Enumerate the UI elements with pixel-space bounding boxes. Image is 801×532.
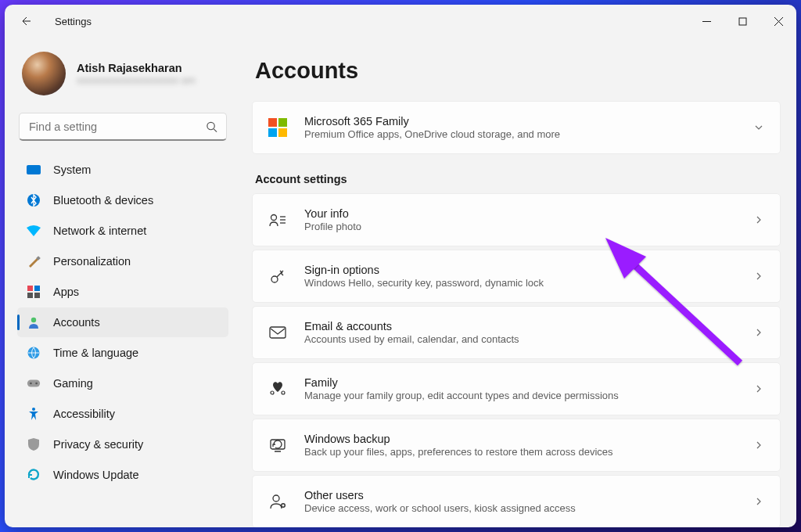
setting-title: Sign-in options (304, 264, 736, 276)
setting-title: Your info (304, 207, 736, 220)
svg-point-20 (271, 391, 274, 394)
your-info-icon (268, 213, 287, 227)
nav-label: Privacy & security (53, 438, 143, 451)
page-title: Accounts (255, 58, 781, 84)
setting-email-accounts[interactable]: Email & accountsAccounts used by email, … (252, 306, 781, 359)
nav-label: Accounts (53, 316, 100, 329)
other-users-icon (268, 494, 287, 509)
svg-rect-10 (27, 380, 40, 387)
nav-accessibility[interactable]: Accessibility (17, 399, 228, 429)
svg-point-4 (207, 122, 214, 129)
setting-subtitle: Profile photo (304, 221, 736, 232)
nav-label: Time & language (53, 347, 138, 359)
svg-point-11 (30, 383, 32, 385)
chevron-right-icon (753, 383, 764, 394)
setting-sign-in-options[interactable]: Sign-in optionsWindows Hello, security k… (252, 250, 781, 303)
nav-privacy[interactable]: Privacy & security (17, 430, 228, 459)
setting-title: Email & accounts (304, 320, 736, 332)
setting-other-users[interactable]: Other usersDevice access, work or school… (252, 475, 781, 527)
system-icon (27, 163, 41, 177)
paintbrush-icon (27, 254, 41, 268)
title-bar: Settings (5, 5, 796, 38)
nav-update[interactable]: Windows Update (17, 460, 228, 490)
svg-point-23 (273, 495, 279, 501)
nav-label: Apps (53, 286, 79, 298)
nav-label: Windows Update (53, 469, 139, 481)
setting-subtitle: Back up your files, apps, preferences to… (304, 446, 736, 458)
setting-subtitle: Windows Hello, security key, password, d… (304, 277, 736, 289)
promo-card[interactable]: Microsoft 365 Family Premium Office apps… (252, 101, 781, 154)
bluetooth-icon (27, 193, 41, 207)
setting-subtitle: Manage your family group, edit account t… (304, 390, 736, 401)
mail-icon (268, 326, 287, 339)
nav-label: Gaming (53, 377, 93, 390)
setting-subtitle: Accounts used by email, calendar, and co… (304, 333, 736, 345)
apps-icon (27, 285, 41, 299)
setting-your-info[interactable]: Your infoProfile photo (252, 193, 781, 246)
chevron-down-icon (753, 122, 764, 133)
svg-point-13 (32, 408, 35, 411)
setting-subtitle: Device access, work or school users, kio… (304, 502, 736, 514)
globe-clock-icon (27, 346, 41, 360)
setting-title: Family (304, 376, 736, 389)
nav-accounts[interactable]: Accounts (17, 307, 228, 337)
window-controls (688, 9, 796, 34)
key-icon (268, 268, 287, 285)
nav-label: Personalization (53, 255, 131, 268)
nav-label: Network & internet (53, 225, 146, 237)
nav-label: System (53, 164, 91, 176)
gamepad-icon (27, 376, 41, 390)
svg-point-18 (271, 276, 278, 282)
svg-rect-1 (739, 18, 746, 25)
arrow-left-icon (19, 15, 31, 27)
nav-gaming[interactable]: Gaming (17, 368, 228, 398)
chevron-right-icon (753, 496, 764, 507)
search-input[interactable] (19, 113, 227, 141)
section-label: Account settings (255, 173, 781, 185)
setting-family[interactable]: FamilyManage your family group, edit acc… (252, 362, 781, 415)
svg-point-21 (282, 391, 285, 394)
search-field[interactable] (19, 113, 227, 141)
nav-list: System Bluetooth & devices Network & int… (17, 155, 228, 490)
profile-block[interactable]: Atish Rajasekharan xxxxxxxxxxxxxxxxxxxx … (17, 47, 228, 110)
backup-icon (268, 437, 287, 453)
svg-line-5 (214, 129, 217, 132)
chevron-right-icon (753, 271, 764, 282)
chevron-right-icon (753, 440, 764, 451)
svg-point-8 (31, 318, 36, 322)
chevron-right-icon (753, 214, 764, 225)
family-icon (268, 381, 287, 397)
close-button[interactable] (760, 9, 796, 34)
person-icon (27, 315, 41, 329)
minimize-button[interactable] (688, 9, 724, 34)
nav-apps[interactable]: Apps (17, 277, 228, 307)
svg-rect-19 (270, 327, 286, 338)
nav-personalization[interactable]: Personalization (17, 246, 228, 276)
shield-icon (27, 437, 41, 451)
nav-label: Accessibility (53, 408, 115, 420)
svg-point-14 (271, 215, 277, 221)
nav-label: Bluetooth & devices (53, 194, 153, 207)
microsoft-logo-icon (268, 118, 287, 137)
chevron-right-icon (753, 327, 764, 338)
promo-subtitle: Premium Office apps, OneDrive cloud stor… (304, 128, 736, 140)
settings-window: Settings Atish Rajasekharan xxxxxxxxxxxx… (5, 5, 796, 527)
maximize-button[interactable] (724, 9, 760, 34)
profile-name: Atish Rajasekharan (77, 62, 196, 74)
sidebar: Atish Rajasekharan xxxxxxxxxxxxxxxxxxxx … (5, 38, 239, 527)
nav-system[interactable]: System (17, 155, 228, 185)
nav-bluetooth[interactable]: Bluetooth & devices (17, 185, 228, 215)
setting-title: Windows backup (304, 433, 736, 445)
nav-time[interactable]: Time & language (17, 338, 228, 368)
back-button[interactable] (11, 7, 39, 35)
window-title: Settings (55, 16, 92, 27)
promo-title: Microsoft 365 Family (304, 115, 736, 128)
avatar (22, 52, 66, 95)
setting-windows-backup[interactable]: Windows backupBack up your files, apps, … (252, 419, 781, 472)
main-content[interactable]: Accounts Microsoft 365 Family Premium Of… (239, 38, 796, 527)
svg-point-12 (35, 383, 38, 385)
update-icon (27, 468, 41, 482)
search-icon (206, 121, 217, 133)
nav-network[interactable]: Network & internet (17, 216, 228, 246)
wifi-icon (27, 224, 41, 238)
